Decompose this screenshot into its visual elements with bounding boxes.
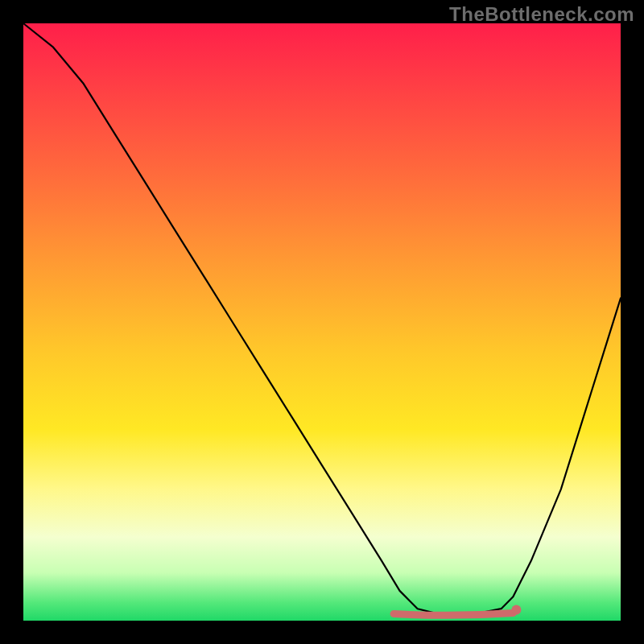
plot-area (23, 23, 621, 621)
curve-layer (23, 23, 621, 621)
bottleneck-curve (23, 23, 621, 615)
flat-bottom-highlight (394, 605, 521, 616)
chart-frame: TheBottleneck.com (0, 0, 644, 644)
watermark-text: TheBottleneck.com (449, 3, 634, 26)
svg-point-0 (511, 605, 521, 615)
